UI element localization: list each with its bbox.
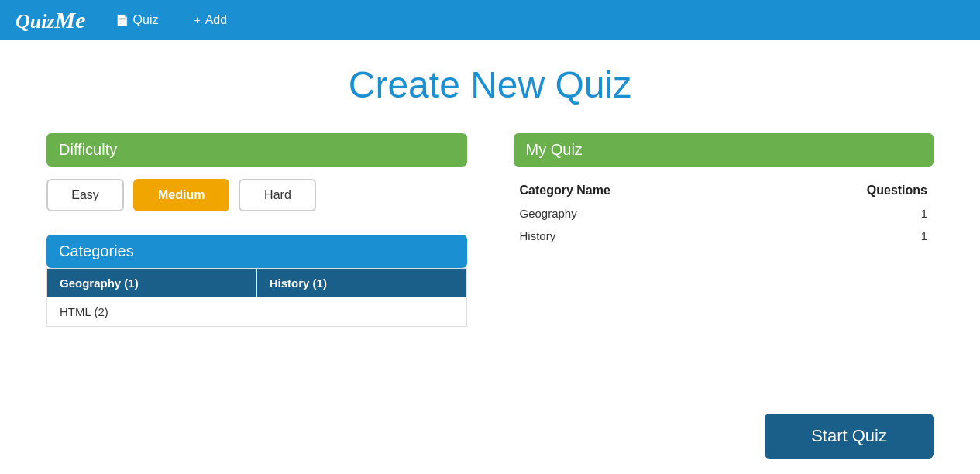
- nav-add-label: Add: [205, 13, 227, 27]
- table-row: History 1: [514, 225, 934, 247]
- selected-categories-row: Geography (1) History (1): [47, 269, 466, 297]
- difficulty-buttons: Easy Medium Hard: [46, 179, 467, 211]
- start-quiz-button[interactable]: Start Quiz: [765, 414, 934, 459]
- quiz-row-questions-1: 1: [759, 225, 934, 247]
- categories-section: Categories Geography (1) History (1) HTM…: [46, 235, 467, 327]
- category-history-selected[interactable]: History (1): [257, 269, 466, 297]
- col-category-name: Category Name: [514, 179, 760, 202]
- nav-quiz-label: Quiz: [133, 13, 159, 27]
- nav-add[interactable]: + Add: [187, 10, 233, 30]
- quiz-row-questions-0: 1: [759, 202, 934, 225]
- easy-button[interactable]: Easy: [46, 179, 124, 211]
- add-icon: +: [194, 14, 200, 26]
- hard-button[interactable]: Hard: [239, 179, 316, 211]
- two-column-layout: Difficulty Easy Medium Hard Categories G…: [46, 133, 934, 327]
- navbar: QuizMe 📄 Quiz + Add: [0, 0, 980, 40]
- category-geography-selected[interactable]: Geography (1): [47, 269, 257, 297]
- medium-button[interactable]: Medium: [133, 179, 229, 211]
- category-html[interactable]: HTML (2): [47, 297, 466, 326]
- col-questions: Questions: [759, 179, 934, 202]
- difficulty-header: Difficulty: [46, 133, 467, 167]
- quiz-row-category-1: History: [514, 225, 760, 247]
- my-quiz-table: Category Name Questions Geography 1 Hist…: [514, 179, 934, 247]
- quiz-icon: 📄: [115, 14, 129, 26]
- page-title: Create New Quiz: [46, 64, 934, 106]
- right-column: My Quiz Category Name Questions Geograph…: [514, 133, 934, 327]
- table-row: Geography 1: [514, 202, 934, 225]
- quiz-row-category-0: Geography: [514, 202, 760, 225]
- my-quiz-header: My Quiz: [514, 133, 934, 167]
- app-logo[interactable]: QuizMe: [15, 7, 86, 33]
- categories-header: Categories: [46, 235, 467, 268]
- logo-me-text: Me: [55, 7, 86, 33]
- nav-quiz[interactable]: 📄 Quiz: [109, 10, 165, 30]
- logo-quiz-text: Quiz: [15, 10, 55, 33]
- left-column: Difficulty Easy Medium Hard Categories G…: [46, 133, 467, 327]
- categories-list: Geography (1) History (1) HTML (2): [46, 268, 467, 327]
- main-content: Create New Quiz Difficulty Easy Medium H…: [0, 40, 980, 474]
